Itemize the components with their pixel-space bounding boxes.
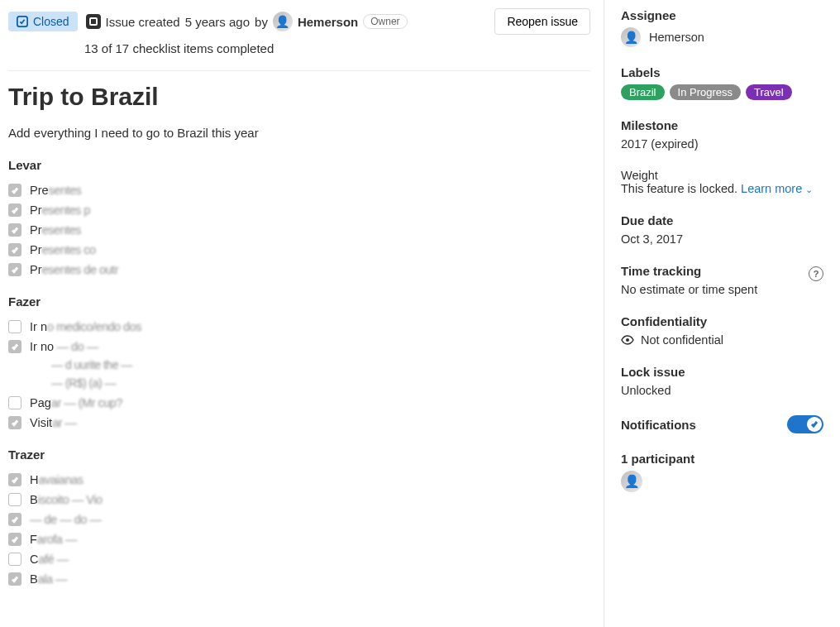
checklist-item: Presentes [8, 220, 590, 240]
participants-label: 1 participant [621, 452, 823, 466]
chevron-down-icon: ⌄ [805, 184, 813, 194]
checkbox[interactable] [8, 263, 21, 276]
label-pill[interactable]: Travel [746, 84, 792, 100]
milestone-value[interactable]: 2017 (expired) [621, 137, 823, 151]
status-badge: Closed [8, 12, 78, 31]
checkbox[interactable] [8, 396, 21, 409]
checklist-item-text: Presentes p [30, 203, 90, 217]
checkbox[interactable] [8, 553, 21, 566]
role-badge: Owner [363, 14, 407, 29]
checklist-item: Farofa — [8, 529, 590, 549]
assignee-name[interactable]: Hemerson [649, 31, 704, 44]
checklist-heading: Trazer [8, 448, 590, 462]
checklist-item: Biscoito — Vio [8, 490, 590, 510]
checkbox[interactable] [8, 513, 21, 526]
checklist-item-text: Farofa — [30, 533, 77, 546]
checklist-item: Havaianas [8, 470, 590, 490]
duedate-label: Due date [621, 213, 823, 227]
page-title: Trip to Brazil [8, 83, 590, 111]
author-name[interactable]: Hemerson [298, 15, 358, 29]
checklist-item-text: Presentes [30, 223, 81, 237]
checklist-heading: Fazer [8, 294, 590, 309]
assignee-avatar[interactable]: 👤 [621, 27, 641, 47]
participant-avatar[interactable]: 👤 [621, 471, 642, 492]
issue-meta-by: by [255, 15, 268, 29]
checklist-item-text: Visitar — [30, 416, 77, 429]
weight-text: This feature is locked. [621, 182, 737, 195]
issue-closed-icon [17, 16, 28, 27]
checklist-item: Café — [8, 549, 590, 569]
checklist-item: Bala — [8, 569, 590, 589]
checkbox[interactable] [8, 203, 21, 217]
lock-value: Unlocked [621, 384, 823, 397]
author-avatar[interactable]: 👤 [273, 12, 293, 31]
timetracking-label: Time tracking [621, 264, 701, 278]
checklist-item: Visitar — [8, 413, 590, 433]
divider [8, 70, 590, 71]
checklist-nested-line: — (R$) (a) — [51, 374, 132, 392]
weight-label: Weight [621, 169, 823, 182]
eye-icon [621, 333, 634, 347]
checklist-item-text: Presentes co [30, 243, 96, 256]
checklist-item: Presentes [8, 180, 590, 200]
notifications-label: Notifications [621, 418, 696, 432]
timetracking-value: No estimate or time spent [621, 283, 823, 296]
checkbox[interactable] [8, 473, 21, 486]
checklist-item: — de — do — [8, 510, 590, 529]
svg-rect-1 [90, 18, 97, 25]
checklist-item-text: Café — [30, 553, 69, 566]
checklist-item-text: — de — do — [30, 513, 101, 526]
checklist-item: Presentes co [8, 240, 590, 260]
duedate-value: Oct 3, 2017 [621, 232, 823, 246]
checkbox[interactable] [8, 223, 21, 237]
notifications-toggle[interactable] [787, 415, 823, 433]
weight-learn-more-link[interactable]: Learn more [741, 182, 802, 195]
assignee-label: Assignee [621, 8, 823, 22]
checkbox[interactable] [8, 184, 21, 197]
status-text: Closed [33, 15, 69, 28]
milestone-label: Milestone [621, 118, 823, 132]
checkbox[interactable] [8, 533, 21, 546]
checkbox[interactable] [8, 493, 21, 506]
checklist-item-text: Bala — [30, 572, 67, 586]
label-pill[interactable]: In Progress [670, 84, 741, 100]
issue-icon [86, 14, 101, 29]
issue-meta-prefix: Issue created [106, 15, 180, 29]
checklist-item: Pagar — (Mr cup? [8, 393, 590, 413]
checklist-item-text: Pagar — (Mr cup? [30, 396, 122, 409]
checklist-progress: 13 of 17 checklist items completed [84, 41, 590, 55]
label-pill[interactable]: Brazil [621, 84, 665, 100]
checkbox[interactable] [8, 340, 21, 353]
checklist-heading: Levar [8, 158, 590, 172]
confidentiality-value: Not confidential [641, 333, 723, 347]
checkbox[interactable] [8, 572, 21, 586]
svg-point-2 [626, 338, 629, 342]
help-icon[interactable]: ? [809, 266, 823, 281]
checklist-item-text: Presentes [30, 184, 81, 197]
reopen-button[interactable]: Reopen issue [494, 8, 590, 35]
confidentiality-label: Confidentiality [621, 314, 823, 328]
issue-description: Add everything I need to go to Brazil th… [8, 126, 590, 140]
checklist-item: Ir no — do —— d uurite the —— (R$) (a) — [8, 337, 590, 393]
checklist-item-text: Ir no — do — [30, 340, 98, 353]
checklist-item-text: Presentes de outr [30, 263, 118, 276]
labels-label: Labels [621, 65, 823, 79]
lock-label: Lock issue [621, 365, 823, 379]
checklist-item-text: Havaianas [30, 473, 84, 486]
checklist-item: Presentes p [8, 200, 590, 220]
checklist-item-text: Biscoito — Vio [30, 493, 103, 506]
checklist-nested-line: — d uurite the — [51, 356, 132, 374]
checkbox[interactable] [8, 416, 21, 429]
checklist-item: Presentes de outr [8, 260, 590, 280]
issue-meta-time: 5 years ago [185, 15, 250, 29]
checklist-item: Ir no medico/endo dos [8, 317, 590, 337]
checklist-item-text: Ir no medico/endo dos [30, 320, 141, 333]
checkbox[interactable] [8, 243, 21, 256]
checkbox[interactable] [8, 320, 21, 333]
